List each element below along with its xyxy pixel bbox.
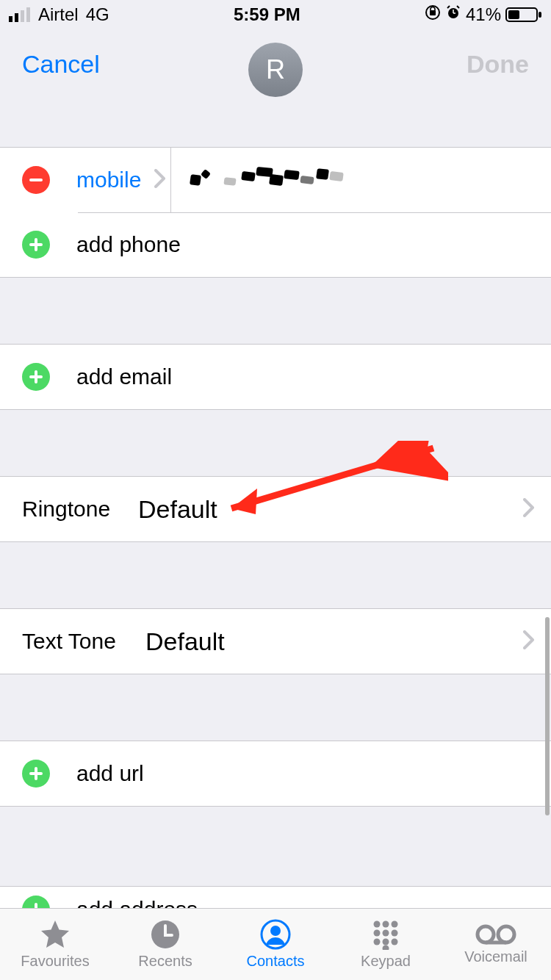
svg-rect-5	[430, 10, 436, 15]
url-section: add url	[0, 741, 551, 807]
contact-icon	[260, 919, 291, 950]
svg-point-28	[383, 921, 389, 928]
add-phone-row[interactable]: add phone	[0, 212, 551, 277]
svg-point-33	[374, 939, 381, 945]
texttone-row[interactable]: Text Tone Default	[0, 609, 551, 674]
add-address-row[interactable]: add address	[0, 887, 551, 908]
carrier-label: Airtel	[38, 4, 79, 25]
svg-point-27	[374, 921, 381, 928]
texttone-section: Text Tone Default	[0, 608, 551, 674]
status-bar: Airtel 4G 5:59 PM 41%	[0, 0, 551, 29]
texttone-label: Text Tone	[22, 629, 138, 654]
add-icon	[22, 363, 50, 391]
svg-rect-0	[9, 16, 12, 22]
scroll-indicator[interactable]	[545, 617, 550, 815]
tab-keypad[interactable]: Keypad	[331, 909, 441, 980]
svg-point-35	[392, 939, 398, 945]
tab-favourites[interactable]: Favourites	[0, 909, 110, 980]
svg-line-9	[447, 6, 450, 8]
tab-label: Voicemail	[464, 948, 527, 965]
tab-label: Contacts	[247, 953, 305, 970]
add-url-label: add url	[76, 761, 144, 786]
ringtone-label: Ringtone	[22, 497, 131, 522]
alarm-icon	[445, 4, 461, 25]
voicemail-icon	[475, 923, 516, 945]
svg-rect-13	[539, 12, 541, 18]
svg-point-38	[498, 926, 514, 943]
done-button[interactable]: Done	[467, 50, 529, 79]
battery-icon	[505, 7, 542, 23]
svg-rect-18	[29, 375, 43, 378]
tab-contacts[interactable]: Contacts	[220, 909, 331, 980]
star-icon	[39, 919, 71, 950]
add-phone-label: add phone	[76, 232, 181, 257]
svg-point-32	[392, 930, 398, 937]
divider	[170, 148, 171, 212]
clock: 5:59 PM	[234, 4, 300, 25]
svg-point-30	[374, 930, 381, 937]
svg-rect-1	[15, 13, 18, 22]
keypad-icon	[370, 919, 401, 950]
svg-point-26	[270, 926, 281, 936]
email-section: add email	[0, 344, 551, 410]
add-email-row[interactable]: add email	[0, 345, 551, 409]
svg-point-34	[383, 939, 389, 945]
tab-label: Recents	[138, 953, 192, 970]
edit-contact-form: mobile add phone	[0, 110, 551, 908]
cancel-button[interactable]: Cancel	[22, 50, 100, 79]
signal-icon	[9, 7, 34, 22]
svg-point-31	[383, 930, 389, 937]
tab-label: Favourites	[21, 953, 89, 970]
phone-number-redacted[interactable]	[190, 167, 345, 192]
chevron-right-icon	[523, 498, 535, 520]
add-icon	[22, 896, 50, 908]
svg-rect-20	[29, 772, 43, 775]
clock-icon	[150, 919, 181, 950]
ringtone-row[interactable]: Ringtone Default	[0, 477, 551, 541]
tab-voicemail[interactable]: Voicemail	[441, 909, 551, 980]
chevron-right-icon	[523, 630, 535, 652]
contact-avatar[interactable]: R	[248, 43, 303, 97]
remove-phone-button[interactable]	[22, 166, 50, 194]
svg-line-10	[457, 6, 459, 8]
add-icon	[22, 760, 50, 788]
battery-pct: 41%	[466, 4, 501, 25]
phone-type-label[interactable]: mobile	[76, 167, 141, 192]
tab-label: Keypad	[361, 953, 411, 970]
add-url-row[interactable]: add url	[0, 741, 551, 806]
svg-rect-12	[508, 10, 519, 19]
svg-rect-2	[21, 10, 24, 22]
svg-rect-16	[29, 243, 43, 246]
svg-point-29	[392, 921, 398, 928]
phone-section: mobile add phone	[0, 147, 551, 278]
address-section: add address	[0, 886, 551, 908]
svg-point-36	[383, 945, 389, 951]
texttone-value: Default	[145, 627, 225, 656]
add-email-label: add email	[76, 364, 172, 389]
add-address-label: add address	[76, 897, 198, 908]
svg-rect-21	[35, 903, 37, 908]
tab-recents[interactable]: Recents	[110, 909, 220, 980]
network-label: 4G	[86, 4, 109, 25]
svg-point-37	[478, 926, 494, 943]
svg-rect-3	[26, 7, 30, 22]
orientation-lock-icon	[425, 4, 441, 25]
edit-contact-nav: Cancel R Done	[0, 29, 551, 110]
ringtone-section: Ringtone Default	[0, 476, 551, 542]
chevron-right-icon	[154, 169, 166, 191]
tab-bar: Favourites Recents Contacts Keypad Voice…	[0, 908, 551, 980]
add-icon	[22, 231, 50, 259]
svg-rect-14	[29, 179, 43, 181]
ringtone-value: Default	[138, 495, 217, 524]
phone-row-mobile[interactable]: mobile	[0, 148, 551, 212]
